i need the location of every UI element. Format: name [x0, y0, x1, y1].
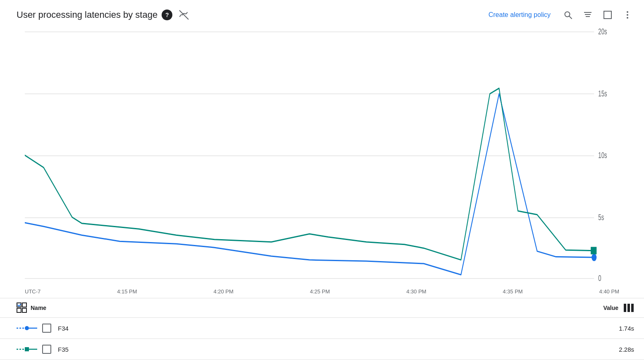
- filter-icon-btn[interactable]: [581, 8, 594, 22]
- x-label-0: UTC-7: [25, 288, 41, 295]
- f34-value: 1.74s: [619, 325, 634, 332]
- x-label-1: 4:15 PM: [117, 288, 137, 295]
- legend-header-name: Name: [17, 302, 46, 313]
- chart-title: User processing latencies by stage: [17, 10, 157, 20]
- f34-line-indicator: [17, 324, 37, 332]
- legend-table: Name Value: [0, 298, 644, 360]
- legend-toggle-all-icon[interactable]: [17, 302, 27, 313]
- svg-rect-21: [591, 247, 596, 254]
- x-label-2: 4:20 PM: [213, 288, 233, 295]
- x-label-4: 4:30 PM: [406, 288, 426, 295]
- x-label-5: 4:35 PM: [503, 288, 522, 295]
- svg-rect-24: [17, 308, 21, 312]
- chart-header: User processing latencies by stage ? Cre…: [0, 0, 644, 26]
- svg-rect-25: [22, 308, 26, 312]
- svg-line-2: [569, 16, 572, 19]
- svg-rect-6: [604, 11, 611, 19]
- f35-value: 2.28s: [619, 346, 634, 353]
- header-icons: [561, 8, 634, 22]
- svg-rect-27: [627, 304, 630, 312]
- legend-name-col-header: Name: [31, 305, 46, 311]
- svg-text:10s: 10s: [598, 151, 607, 160]
- f34-legend-line: [17, 324, 37, 332]
- svg-point-9: [627, 17, 628, 19]
- legend-header-value: Value: [603, 303, 634, 312]
- f35-name: F35: [58, 346, 69, 353]
- svg-text:5s: 5s: [598, 213, 604, 222]
- main-chart-svg: 20s 15s 10s 5s 0: [25, 26, 619, 286]
- svg-point-30: [25, 326, 29, 330]
- no-scale-icon[interactable]: [178, 9, 190, 21]
- svg-text:0: 0: [598, 274, 601, 283]
- legend-value-col-header: Value: [603, 305, 618, 311]
- f34-name: F34: [58, 325, 69, 332]
- svg-rect-23: [22, 303, 26, 307]
- legend-header: Name Value: [0, 298, 644, 318]
- column-display-icon[interactable]: [623, 303, 634, 312]
- create-alerting-link[interactable]: Create alerting policy: [489, 11, 551, 19]
- svg-point-20: [592, 254, 596, 261]
- help-icon[interactable]: ?: [162, 10, 172, 20]
- svg-point-8: [627, 14, 628, 16]
- search-icon-btn[interactable]: [561, 8, 575, 22]
- chart-container: User processing latencies by stage ? Cre…: [0, 0, 644, 360]
- chart-svg-wrapper: 20s 15s 10s 5s 0: [25, 26, 619, 286]
- svg-rect-33: [25, 347, 29, 351]
- f35-legend-line: [17, 345, 37, 353]
- legend-row-f34: F34 1.74s: [0, 318, 644, 339]
- f35-checkbox[interactable]: [42, 345, 51, 354]
- x-label-6: 4:40 PM: [599, 288, 619, 295]
- more-icon-btn[interactable]: [621, 8, 634, 22]
- svg-point-7: [627, 11, 628, 13]
- svg-text:15s: 15s: [598, 89, 607, 98]
- x-label-3: 4:25 PM: [310, 288, 330, 295]
- svg-text:20s: 20s: [598, 27, 607, 36]
- legend-row-f35: F35 2.28s: [0, 339, 644, 360]
- svg-rect-26: [624, 304, 626, 312]
- chart-area: 20s 15s 10s 5s 0 UTC-7 4:15 PM 4:20 PM: [0, 26, 644, 298]
- f35-line-indicator: [17, 345, 37, 353]
- expand-icon-btn[interactable]: [601, 8, 614, 22]
- svg-rect-28: [631, 304, 634, 312]
- f34-checkbox[interactable]: [42, 324, 51, 333]
- x-axis-labels: UTC-7 4:15 PM 4:20 PM 4:25 PM 4:30 PM 4:…: [25, 286, 619, 298]
